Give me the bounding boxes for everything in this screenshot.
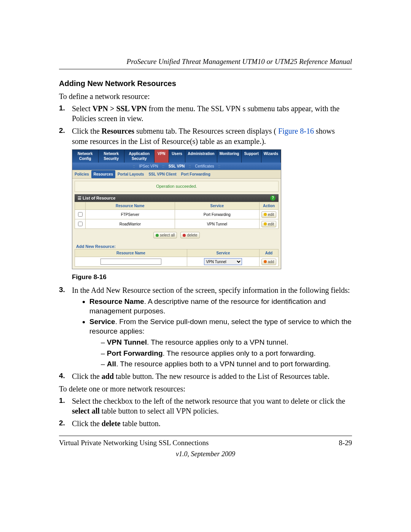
row2-checkbox[interactable] <box>78 222 83 226</box>
col-name: Resource Name <box>86 202 175 210</box>
nav-network-security[interactable]: Network Security <box>99 150 125 163</box>
tab-resources[interactable]: Resources <box>91 170 115 178</box>
page: ProSecure Unified Threat Management UTM1… <box>0 0 411 532</box>
section-heading: Adding New Network Resources <box>59 78 352 88</box>
col-action: Action <box>260 202 279 210</box>
step-2: Click the Resources submenu tab. The Res… <box>59 126 352 281</box>
bullet-resource-name: Resource Name. A descriptive name of the… <box>89 297 352 316</box>
tab-policies[interactable]: Policies <box>72 170 91 178</box>
step-3: In the Add New Resource section of the s… <box>59 285 352 369</box>
figure-caption: Figure 8-16 <box>72 273 352 281</box>
resource-table: Resource Name Service Action FTPServer P… <box>75 202 279 229</box>
check-icon <box>156 234 159 237</box>
add-col-name: Resource Name <box>75 249 187 257</box>
select-all-button[interactable]: select all <box>153 232 177 238</box>
subnav-certificates[interactable]: Certificates <box>195 164 214 168</box>
edit-icon <box>264 213 267 216</box>
nav-administration[interactable]: Administration <box>185 150 217 163</box>
running-header: ProSecure Unified Threat Management UTM1… <box>59 57 352 67</box>
help-icon[interactable]: ? <box>270 195 276 201</box>
row1-service: Port Forwarding <box>175 210 259 219</box>
row1-checkbox[interactable] <box>78 212 83 217</box>
add-button[interactable]: add <box>261 259 277 265</box>
del-step-2: Click the delete table button. <box>59 419 352 429</box>
nav-monitoring[interactable]: Monitoring <box>217 150 242 163</box>
nav-network-config[interactable]: Network Config <box>72 150 99 163</box>
col-checkbox <box>75 202 86 210</box>
footer: Virtual Private Networking Using SSL Con… <box>59 438 352 448</box>
field-bullets: Resource Name. A descriptive name of the… <box>72 297 352 369</box>
nav-wizards[interactable]: Wizards <box>261 150 281 163</box>
add-row: VPN Tunnel Port Forwarding All add <box>75 257 279 267</box>
nav-vpn[interactable]: VPN <box>155 150 169 163</box>
dash-port-forwarding: Port Forwarding. The resource applies on… <box>101 349 352 358</box>
delete-icon <box>183 234 186 237</box>
footer-rule <box>59 436 352 436</box>
dash-vpn-tunnel: VPN Tunnel. The resource applies only to… <box>101 338 352 347</box>
service-options-list: VPN Tunnel. The resource applies only to… <box>89 338 352 369</box>
row1-edit-button[interactable]: edit <box>261 211 276 218</box>
submenu-tabs: Policies Resources Portal Layouts SSL VP… <box>72 170 281 179</box>
col-service: Service <box>175 202 259 210</box>
add-col-add: Add <box>260 249 279 257</box>
row2-edit-button[interactable]: edit <box>261 221 276 227</box>
nav-support[interactable]: Support <box>242 150 261 163</box>
tab-portal-layouts[interactable]: Portal Layouts <box>115 170 146 178</box>
steps-delete: Select the checkbox to the left of the n… <box>59 396 352 429</box>
nav-users[interactable]: Users <box>169 150 185 163</box>
figure-ref-link[interactable]: Figure 8-16 <box>278 127 314 135</box>
footer-left: Virtual Private Networking Using SSL Con… <box>59 438 209 448</box>
intro-para: To define a network resource: <box>59 91 352 101</box>
subnav-sslvpn[interactable]: SSL VPN <box>169 164 185 168</box>
delete-button[interactable]: delete <box>180 232 199 238</box>
sub-nav: :: IPSec VPN :: SSL VPN :: Certificates … <box>72 163 281 170</box>
bullet-service: Service. From the Service pull-down menu… <box>89 317 352 369</box>
list-panel-title: ☰ List of Resource ? <box>75 194 279 202</box>
step-4: Click the add table button. The new reso… <box>59 371 352 382</box>
table-row: FTPServer Port Forwarding edit <box>75 210 279 219</box>
subnav-ipsec[interactable]: IPSec VPN <box>139 164 158 168</box>
embedded-screenshot: Network Config Network Security Applicat… <box>72 149 281 269</box>
dash-all: All. The resource applies both to a VPN … <box>101 359 352 369</box>
row2-service: VPN Tunnel <box>175 219 259 229</box>
row2-name: RoadWarrior <box>86 219 175 229</box>
service-select[interactable]: VPN Tunnel Port Forwarding All <box>204 258 242 265</box>
footer-right: 8-29 <box>339 438 352 448</box>
nav-application-security[interactable]: Application Security <box>124 150 155 163</box>
add-panel-title: Add New Resource: <box>76 244 281 249</box>
top-nav: Network Config Network Security Applicat… <box>72 150 281 163</box>
footer-version: v1.0, September 2009 <box>59 450 352 459</box>
tab-ssl-vpn-client[interactable]: SSL VPN Client <box>146 170 178 178</box>
steps-define: Select VPN > SSL VPN from the menu. The … <box>59 104 352 382</box>
table-row: RoadWarrior VPN Tunnel edit <box>75 219 279 229</box>
add-resource-table: Resource Name Service Add VPN Tunnel Por… <box>75 249 279 267</box>
resource-name-input[interactable] <box>100 259 161 265</box>
edit-icon <box>264 222 267 225</box>
status-message: Operation succeeded. <box>75 181 279 192</box>
del-step-1: Select the checkbox to the left of the n… <box>59 396 352 416</box>
header-rule <box>59 69 352 69</box>
tab-port-forwarding[interactable]: Port Forwarding <box>179 170 213 178</box>
step-1: Select VPN > SSL VPN from the menu. The … <box>59 104 352 124</box>
add-icon <box>264 260 267 263</box>
row1-name: FTPServer <box>86 210 175 219</box>
table-button-row: select all delete <box>72 229 281 241</box>
delete-intro: To delete one or more network resources: <box>59 384 352 394</box>
add-col-service: Service <box>187 249 259 257</box>
